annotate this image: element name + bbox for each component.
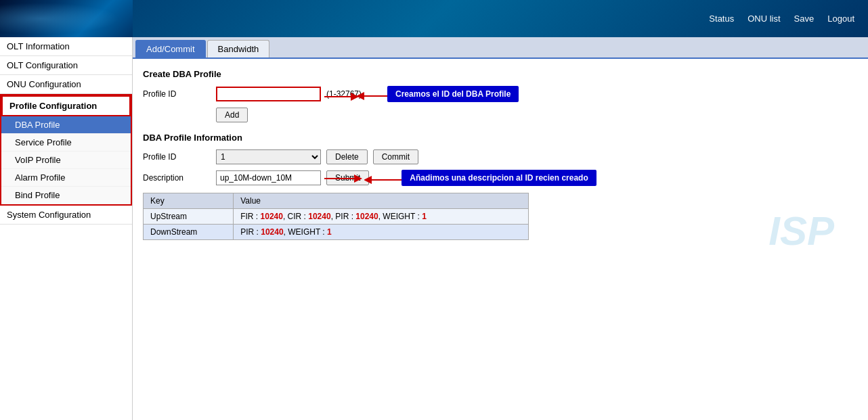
sidebar-item-onu-configuration[interactable]: ONU Configuration [0, 75, 132, 94]
table-cell-key: DownStream [144, 225, 234, 240]
sidebar-item-system-configuration[interactable]: System Configuration [0, 206, 132, 225]
table-row: UpStreamFIR : 10240, CIR : 10240, PIR : … [144, 209, 529, 225]
logout-link[interactable]: Logout [827, 14, 854, 24]
sidebar-item-alarm-profile[interactable]: Alarm Profile [1, 169, 131, 187]
description-input[interactable] [216, 170, 321, 185]
dba-profile-table: Key Value UpStreamFIR : 10240, CIR : 102… [143, 193, 529, 240]
info-section-title: DBA Profile Information [143, 133, 858, 143]
main-content: Add/Commit Bandwidth ISP Create DBA Prof… [133, 37, 868, 420]
tab-add-commit[interactable]: Add/Commit [135, 40, 206, 57]
tooltip-description: Añadimos una descripcion al ID recien cr… [402, 170, 596, 186]
tabs-bar: Add/Commit Bandwidth [133, 37, 868, 59]
tab-bandwidth[interactable]: Bandwidth [207, 40, 270, 57]
table-header-key: Key [144, 193, 234, 209]
status-link[interactable]: Status [709, 14, 734, 24]
create-section-title: Create DBA Profile [143, 69, 858, 79]
sidebar-item-olt-information[interactable]: OLT Information [0, 37, 132, 56]
tooltip2-arrow [364, 173, 405, 187]
table-cell-value: PIR : 10240, WEIGHT : 1 [234, 225, 529, 240]
delete-button[interactable]: Delete [326, 149, 368, 164]
table-header-value: Value [234, 193, 529, 209]
create-profile-id-label: Profile ID [143, 89, 211, 99]
sidebar-item-profile-configuration[interactable]: Profile Configuration [1, 95, 131, 116]
tooltip-create-profile: Creamos el ID del DBA Profile [387, 86, 519, 102]
watermark: ISP [768, 208, 834, 254]
sidebar-item-dba-profile[interactable]: DBA Profile [1, 116, 131, 134]
sidebar-item-voip-profile[interactable]: VoIP Profile [1, 151, 131, 169]
sidebar-item-service-profile[interactable]: Service Profile [1, 134, 131, 151]
table-cell-value: FIR : 10240, CIR : 10240, PIR : 10240, W… [234, 209, 529, 225]
onu-list-link[interactable]: ONU list [747, 14, 780, 24]
commit-button[interactable]: Commit [373, 149, 418, 164]
table-cell-key: UpStream [144, 209, 234, 225]
sidebar-item-olt-configuration[interactable]: OLT Configuration [0, 56, 132, 75]
tooltip1-arrow [357, 89, 391, 103]
add-button[interactable]: Add [216, 108, 248, 122]
sidebar: OLT Information OLT Configuration ONU Co… [0, 37, 133, 420]
create-profile-id-input[interactable] [216, 87, 321, 101]
save-link[interactable]: Save [794, 14, 815, 24]
sidebar-item-bind-profile[interactable]: Bind Profile [1, 187, 131, 204]
table-row: DownStreamPIR : 10240, WEIGHT : 1 [144, 225, 529, 240]
description-label: Description [143, 173, 211, 183]
info-profile-id-label: Profile ID [143, 152, 211, 162]
profile-id-select[interactable]: 1 [216, 149, 321, 164]
